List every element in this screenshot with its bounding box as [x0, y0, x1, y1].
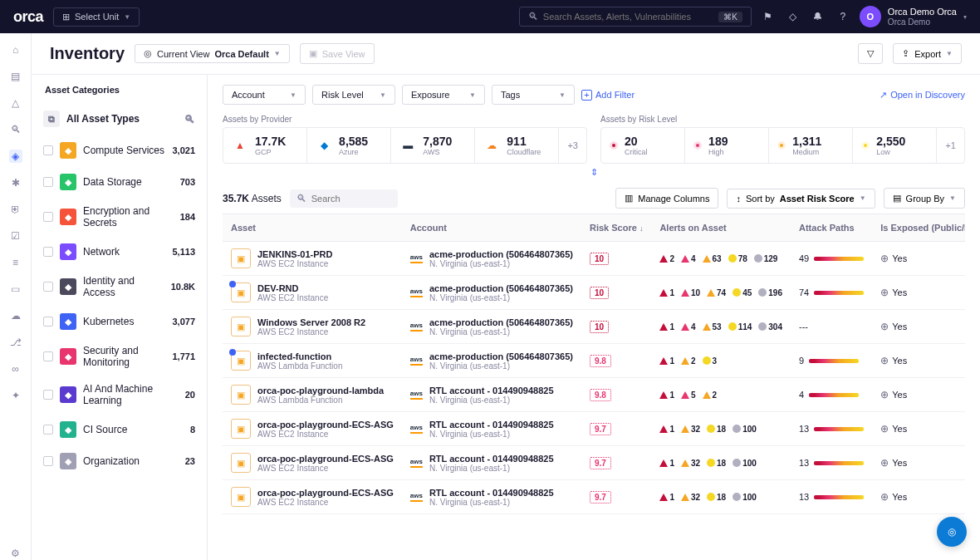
risk-score: 9.7	[590, 491, 611, 504]
category-count: 184	[180, 212, 195, 222]
table-row[interactable]: ▣ orca-poc-playground-ECS-ASGAWS EC2 Ins…	[223, 480, 965, 514]
rail-shield-icon[interactable]: ⛨	[9, 203, 22, 216]
rail-settings-icon[interactable]: ⚙	[9, 547, 22, 560]
provider-card[interactable]: ☁ 911Cloudflare	[475, 128, 559, 163]
asset-subtype: AWS Lambda Function	[257, 395, 384, 405]
rail-inventory-icon[interactable]: ◈	[9, 150, 22, 163]
risk-card[interactable]: 20Critical	[601, 128, 685, 163]
rail-graph-icon[interactable]: ✦	[9, 389, 22, 402]
table-search[interactable]: 🔍︎	[290, 189, 398, 208]
table-row[interactable]: ▣ orca-poc-playground-ECS-ASGAWS EC2 Ins…	[223, 412, 965, 446]
risks-more[interactable]: +1	[937, 128, 964, 163]
rail-infinity-icon[interactable]: ∞	[9, 362, 22, 376]
chevron-down-icon: ▼	[290, 91, 296, 99]
bell-icon[interactable]: 🔔︎	[811, 10, 825, 23]
add-filter-button[interactable]: + Add Filter	[581, 90, 635, 101]
collapse-handle[interactable]: ⇕	[223, 165, 965, 179]
sidebar-item[interactable]: ◆ CI Source 8	[38, 414, 200, 445]
filter-icon: ▽	[867, 48, 874, 59]
rail-check-icon[interactable]: ☑	[9, 229, 22, 243]
asset-type-icon: ▣	[231, 419, 251, 439]
open-discovery-link[interactable]: ↗ Open in Discovery	[880, 90, 965, 101]
sidebar-item[interactable]: ◆ AI And Machine Learning 20	[38, 376, 200, 414]
column-header[interactable]: Attack Paths	[791, 214, 872, 242]
filter-select[interactable]: Tags▼	[492, 85, 575, 105]
checkbox[interactable]	[43, 247, 53, 257]
checkbox[interactable]	[43, 317, 53, 327]
view-selector[interactable]: ◎ Current View Orca Default ▼	[135, 44, 290, 63]
table-row[interactable]: ▣ infected-functionAWS Lambda Function a…	[223, 344, 965, 378]
high-icon	[681, 289, 689, 297]
table-row[interactable]: ▣ DEV-RNDAWS EC2 Instance aws acme-produ…	[223, 276, 965, 310]
sidebar-item[interactable]: ◆ Identity and Access 10.8K	[38, 268, 200, 306]
risk-card[interactable]: 1,311Medium	[769, 128, 853, 163]
sidebar-item[interactable]: ◆ Encryption and Secrets 184	[38, 198, 200, 236]
rail-dash-icon[interactable]: ▤	[9, 70, 22, 83]
checkbox[interactable]	[43, 390, 53, 400]
save-view-button[interactable]: ▣ Save View	[300, 43, 375, 64]
table-row[interactable]: ▣ orca-poc-playground-ECS-ASGAWS EC2 Ins…	[223, 446, 965, 480]
crit-icon	[659, 255, 668, 263]
rail-search-icon[interactable]: 🔍︎	[9, 123, 22, 136]
flag-icon[interactable]: ⚑	[762, 10, 775, 23]
export-button[interactable]: ⇪ Export ▼	[893, 43, 962, 64]
rail-cloud-icon[interactable]: ☁	[9, 309, 22, 322]
column-header[interactable]: Risk Score ↓	[581, 214, 651, 242]
provider-card[interactable]: ◆ 8,585Azure	[307, 128, 391, 163]
select-unit-button[interactable]: ⊞ Select Unit ▼	[53, 7, 140, 27]
sidebar-item-all[interactable]: ⧉ All Asset Types 🔍︎	[38, 103, 200, 135]
provider-card[interactable]: ▲ 17.7KGCP	[223, 128, 307, 163]
rail-home-icon[interactable]: ⌂	[9, 43, 22, 56]
filter-select[interactable]: Risk Level▼	[312, 85, 395, 105]
manage-columns-button[interactable]: ▥ Manage Columns	[615, 188, 718, 209]
rail-gear2-icon[interactable]: ✱	[9, 176, 22, 189]
sidebar-item[interactable]: ◆ Data Storage 703	[38, 166, 200, 198]
risk-card[interactable]: 189High	[685, 128, 769, 163]
filter-select[interactable]: Account▼	[223, 85, 306, 105]
group-by-button[interactable]: ▤ Group By ▼	[884, 188, 965, 209]
column-header[interactable]: Asset	[223, 214, 402, 242]
rail-branch-icon[interactable]: ⎇	[9, 336, 22, 349]
checkbox[interactable]	[43, 351, 53, 361]
sort-button[interactable]: ↕ Sort by Asset Risk Score ▼	[727, 189, 875, 209]
category-icon: ◆	[60, 348, 76, 365]
provider-card[interactable]: ▬ 7,870AWS	[391, 128, 475, 163]
checkbox[interactable]	[43, 212, 53, 222]
column-header[interactable]: Alerts on Asset	[651, 214, 791, 242]
help-fab[interactable]: ◎	[937, 517, 967, 547]
checkbox[interactable]	[43, 145, 53, 155]
select-unit-label: Select Unit	[75, 12, 119, 22]
rail-alert-icon[interactable]: △	[9, 96, 22, 110]
checkbox[interactable]	[43, 425, 53, 435]
risk-score: 9.8	[590, 355, 611, 367]
sidebar-item[interactable]: ◆ Kubernetes 3,077	[38, 306, 200, 337]
asset-name: orca-poc-playground-ECS-ASG	[257, 454, 394, 464]
sidebar-item[interactable]: ◆ Compute Services 3,021	[38, 135, 200, 166]
risk-card[interactable]: 2,550Low	[853, 128, 937, 163]
search-icon[interactable]: 🔍︎	[184, 113, 195, 125]
table-row[interactable]: ▣ JENKINS-01-PRDAWS EC2 Instance aws acm…	[223, 242, 965, 276]
rail-db-icon[interactable]: ▭	[9, 282, 22, 296]
providers-more[interactable]: +3	[559, 128, 586, 163]
help-icon[interactable]: ?	[836, 10, 850, 23]
rail-list-icon[interactable]: ≡	[9, 256, 22, 269]
sidebar-item[interactable]: ◆ Network 5,113	[38, 236, 200, 268]
table-row[interactable]: ▣ Windows Server 2008 R2AWS EC2 Instance…	[223, 310, 965, 344]
filter-select[interactable]: Exposure▼	[402, 85, 485, 105]
account-name: acme-production (506464807365)	[429, 351, 573, 361]
column-header[interactable]: Account	[402, 214, 581, 242]
sidebar-item[interactable]: ◆ Organization 23	[38, 445, 200, 477]
filter-button[interactable]: ▽	[858, 43, 883, 64]
checkbox[interactable]	[43, 456, 53, 466]
checkbox[interactable]	[43, 177, 53, 187]
group-by-label: Group By	[906, 194, 944, 204]
announce-icon[interactable]: ◇	[786, 10, 800, 23]
user-menu[interactable]: O Orca Demo Orca Orca Demo ▾	[860, 6, 967, 27]
global-search-input[interactable]	[543, 12, 713, 22]
table-search-input[interactable]	[311, 194, 391, 204]
sidebar-item[interactable]: ◆ Security and Monitoring 1,771	[38, 337, 200, 376]
column-header[interactable]: Is Exposed (Public/Internet)	[872, 214, 965, 242]
checkbox[interactable]	[43, 282, 53, 292]
table-row[interactable]: ▣ orca-poc-playground-lambdaAWS Lambda F…	[223, 378, 965, 412]
global-search[interactable]: 🔍︎ ⌘K	[519, 7, 752, 27]
